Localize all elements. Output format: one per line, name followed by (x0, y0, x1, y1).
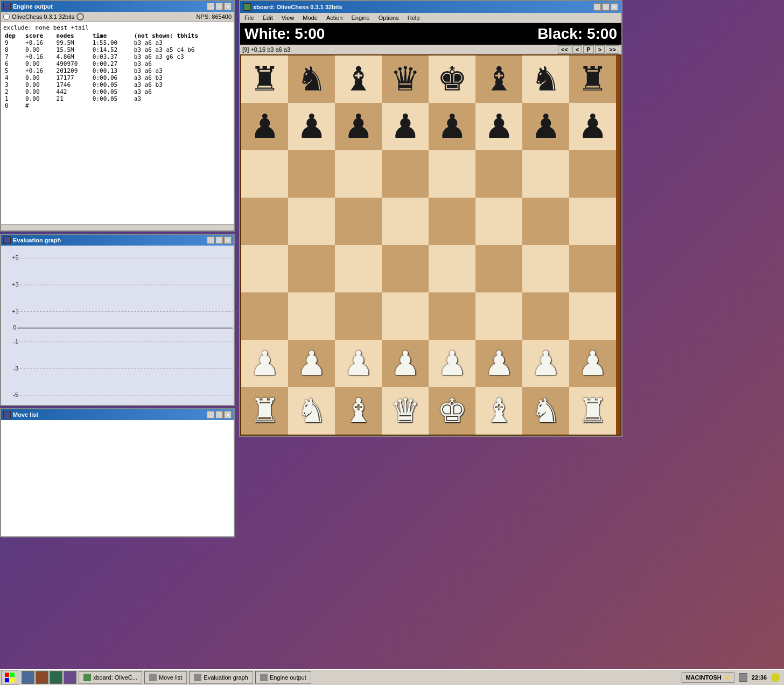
square-c2[interactable]: ♟ (335, 340, 382, 387)
piece-bB-5-0[interactable]: ♝ (484, 62, 514, 96)
square-g7[interactable]: ♟ (522, 103, 569, 150)
square-f5[interactable] (475, 198, 522, 245)
square-a2[interactable]: ♟ (241, 340, 288, 387)
menu-file[interactable]: File (242, 14, 256, 22)
square-b4[interactable] (288, 245, 335, 292)
piece-bQ-3-0[interactable]: ♛ (390, 62, 421, 96)
eval-minimize-btn[interactable]: _ (207, 236, 214, 244)
square-a4[interactable] (241, 245, 288, 292)
square-e1[interactable]: ♚ (429, 387, 475, 435)
taskbar-icon-4[interactable] (64, 671, 76, 684)
menu-view[interactable]: View (279, 14, 297, 22)
piece-bK-4-0[interactable]: ♚ (437, 62, 467, 96)
piece-wB-5-7[interactable]: ♝ (484, 394, 514, 428)
square-h5[interactable] (569, 198, 616, 245)
eval-maximize-btn[interactable]: □ (215, 236, 223, 244)
taskbar-icon-1[interactable] (22, 671, 34, 684)
panel-close-btn[interactable]: × (224, 3, 232, 10)
square-f8[interactable]: ♝ (475, 55, 522, 103)
movelist-close-btn[interactable]: × (224, 411, 232, 418)
square-b3[interactable] (288, 292, 335, 340)
chess-board[interactable]: ♜♞♝♛♚♝♞♜♟♟♟♟♟♟♟♟♟♟♟♟♟♟♟♟♜♞♝♛♚♝♞♜ (240, 54, 621, 436)
piece-wN-6-7[interactable]: ♞ (531, 394, 561, 428)
square-d8[interactable]: ♛ (382, 55, 429, 103)
piece-bR-0-0[interactable]: ♜ (250, 62, 280, 96)
search-icon[interactable] (76, 13, 84, 20)
square-c4[interactable] (335, 245, 382, 292)
square-a3[interactable] (241, 292, 288, 340)
square-h7[interactable]: ♟ (569, 103, 616, 150)
piece-bP-6-1[interactable]: ♟ (531, 110, 561, 143)
square-h4[interactable] (569, 245, 616, 292)
menu-mode[interactable]: Mode (300, 14, 320, 22)
piece-bN-6-0[interactable]: ♞ (531, 62, 561, 96)
menu-action[interactable]: Action (324, 14, 345, 22)
square-d4[interactable] (382, 245, 429, 292)
square-d6[interactable] (382, 150, 429, 198)
eval-close-btn[interactable]: × (224, 236, 232, 244)
square-e5[interactable] (429, 198, 475, 245)
taskbar-movelist[interactable]: Move list (144, 671, 187, 684)
square-d2[interactable]: ♟ (382, 340, 429, 387)
square-f2[interactable]: ♟ (475, 340, 522, 387)
square-c6[interactable] (335, 150, 382, 198)
square-h8[interactable]: ♜ (569, 55, 616, 103)
xboard-minimize-btn[interactable]: _ (593, 3, 601, 11)
menu-help[interactable]: Help (405, 14, 422, 22)
engine-radio[interactable] (3, 13, 10, 20)
square-f6[interactable] (475, 150, 522, 198)
piece-bP-7-1[interactable]: ♟ (578, 110, 608, 143)
square-c8[interactable]: ♝ (335, 55, 382, 103)
square-h1[interactable]: ♜ (569, 387, 616, 435)
piece-bP-5-1[interactable]: ♟ (484, 110, 514, 143)
square-b8[interactable]: ♞ (288, 55, 335, 103)
square-a6[interactable] (241, 150, 288, 198)
piece-bR-7-0[interactable]: ♜ (578, 62, 608, 96)
square-b7[interactable]: ♟ (288, 103, 335, 150)
square-g2[interactable]: ♟ (522, 340, 569, 387)
menu-edit[interactable]: Edit (261, 14, 275, 22)
square-f4[interactable] (475, 245, 522, 292)
piece-wP-3-6[interactable]: ♟ (390, 347, 421, 380)
piece-bP-0-1[interactable]: ♟ (250, 110, 280, 143)
piece-wP-6-6[interactable]: ♟ (531, 347, 561, 380)
menu-engine[interactable]: Engine (349, 14, 372, 22)
square-c1[interactable]: ♝ (335, 387, 382, 435)
taskbar-icon-2[interactable] (36, 671, 48, 684)
square-f1[interactable]: ♝ (475, 387, 522, 435)
taskbar-engineoutput[interactable]: Engine output (255, 671, 311, 684)
square-g1[interactable]: ♞ (522, 387, 569, 435)
square-a7[interactable]: ♟ (241, 103, 288, 150)
piece-wN-1-7[interactable]: ♞ (297, 394, 327, 428)
square-f3[interactable] (475, 292, 522, 340)
panel-maximize-btn[interactable]: □ (215, 3, 223, 10)
square-d7[interactable]: ♟ (382, 103, 429, 150)
piece-bP-2-1[interactable]: ♟ (344, 110, 374, 143)
square-a5[interactable] (241, 198, 288, 245)
square-g3[interactable] (522, 292, 569, 340)
movelist-minimize-btn[interactable]: _ (207, 411, 214, 418)
taskbar-evalgraph[interactable]: Evaluation graph (189, 671, 253, 684)
square-a8[interactable]: ♜ (241, 55, 288, 103)
square-e2[interactable]: ♟ (429, 340, 475, 387)
square-g5[interactable] (522, 198, 569, 245)
piece-wQ-3-7[interactable]: ♛ (390, 394, 421, 428)
engine-output-scrollbar[interactable] (1, 224, 234, 230)
square-h2[interactable]: ♟ (569, 340, 616, 387)
movelist-maximize-btn[interactable]: □ (215, 411, 223, 418)
nav-pause-btn[interactable]: P (583, 45, 593, 54)
piece-bP-4-1[interactable]: ♟ (437, 110, 467, 143)
nav-last-btn[interactable]: >> (606, 45, 619, 54)
piece-bN-1-0[interactable]: ♞ (297, 62, 327, 96)
taskbar-xboard[interactable]: xboard: OliveC... (79, 671, 142, 684)
nav-prev-btn[interactable]: < (572, 45, 582, 54)
square-c3[interactable] (335, 292, 382, 340)
square-f7[interactable]: ♟ (475, 103, 522, 150)
square-d1[interactable]: ♛ (382, 387, 429, 435)
piece-bP-3-1[interactable]: ♟ (390, 110, 421, 143)
square-b2[interactable]: ♟ (288, 340, 335, 387)
square-e7[interactable]: ♟ (429, 103, 475, 150)
nav-next-btn[interactable]: > (595, 45, 605, 54)
square-h3[interactable] (569, 292, 616, 340)
square-g6[interactable] (522, 150, 569, 198)
